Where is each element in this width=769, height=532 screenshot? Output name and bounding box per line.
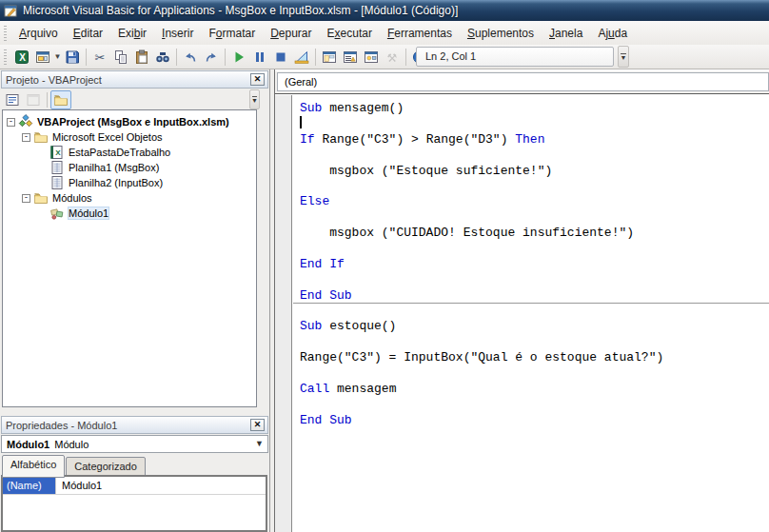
project-pane-title: Projeto - VBAProject	[6, 74, 102, 86]
reset-icon	[273, 49, 288, 65]
project-tree: -VBAProject (MsgBox e InputBox.xlsm)-Mic…	[2, 109, 257, 407]
view-code-button[interactable]	[2, 90, 23, 109]
tree-item-mo-dulos[interactable]: -Módulos	[3, 190, 256, 206]
title-bar: Microsoft Visual Basic for Applications …	[0, 0, 769, 21]
property-name-cell[interactable]: (Name)	[3, 477, 56, 494]
tab-categorizado[interactable]: Categorizado	[66, 457, 145, 477]
toolbox-icon: ⚒	[384, 49, 400, 65]
redo-button[interactable]	[201, 47, 222, 68]
tree-item-mo-dulo1[interactable]: Módulo1	[3, 206, 256, 221]
code-line: Sub mensagem()	[293, 101, 769, 116]
menu-formatar[interactable]: Formatar	[201, 23, 263, 44]
undo-button[interactable]	[180, 47, 201, 68]
code-text-segment: msgbox ("CUIDADO! Estoque insuficiente!"…	[300, 226, 634, 240]
toolbar-separator	[315, 49, 316, 66]
chevron-down-icon: ▼	[251, 98, 258, 104]
design-icon	[294, 49, 309, 65]
code-line: msgbox ("Estoque suficiente!")	[293, 164, 769, 179]
properties-window-button[interactable]	[340, 47, 361, 68]
tree-expander-icon[interactable]: -	[7, 118, 15, 127]
properties-object-type: Módulo	[54, 439, 89, 450]
toolbar-separator	[86, 49, 87, 66]
menu-editar[interactable]: Editar	[66, 23, 110, 44]
project-toolbar-overflow-button[interactable]: ▼	[249, 89, 260, 109]
design-mode-button[interactable]	[291, 47, 312, 68]
menu-suplementos[interactable]: Suplementos	[460, 23, 542, 44]
tree-item-label: Planilha2 (InputBox)	[69, 177, 163, 188]
find-button[interactable]	[152, 47, 173, 68]
tree-expander-icon[interactable]: -	[22, 194, 30, 203]
run-icon	[231, 49, 246, 65]
save-icon	[65, 49, 80, 65]
object-dropdown[interactable]: (Geral)	[277, 72, 769, 91]
tree-expander-icon[interactable]: -	[22, 133, 30, 142]
menu-inserir[interactable]: Inserir	[154, 23, 201, 44]
tree-item-microsoft-excel-objetos[interactable]: -Microsoft Excel Objetos	[3, 129, 256, 145]
menu-ferramentas[interactable]: Ferramentas	[380, 23, 460, 44]
code-line	[293, 304, 769, 319]
run-button[interactable]	[228, 47, 249, 68]
text-cursor	[300, 116, 302, 128]
break-button[interactable]	[249, 47, 270, 68]
vba-editor-window: Microsoft Visual Basic for Applications …	[0, 0, 769, 532]
save-button[interactable]	[62, 47, 83, 68]
code-editor[interactable]: Sub mensagem()If Range("C3") > Range("D3…	[275, 95, 769, 532]
tree-item-planilha2-inputbox[interactable]: Planilha2 (InputBox)	[3, 175, 256, 190]
properties-object-dropdown[interactable]: Módulo1 Módulo ▼	[1, 435, 268, 453]
menu-arquivo[interactable]: Arquivo	[11, 23, 66, 44]
tree-item-estapastadetrabalho[interactable]: XEstaPastaDeTrabalho	[3, 145, 256, 160]
tab-alfabetico[interactable]: Alfabético	[2, 455, 65, 478]
cut-button[interactable]: ✂	[89, 47, 110, 68]
object-browser-button[interactable]	[361, 47, 382, 68]
menu-grip[interactable]	[4, 26, 7, 41]
toolbox-button[interactable]: ⚒	[382, 47, 403, 68]
code-line: Call mensagem	[293, 382, 769, 397]
menu-exibir[interactable]: Exibir	[110, 23, 154, 44]
copy-button[interactable]	[110, 47, 131, 68]
toolbar-separator	[47, 92, 48, 108]
tree-item-planilha1-msgbox[interactable]: Planilha1 (MsgBox)	[3, 160, 256, 175]
tree-item-vbaproject-msgbox-e-inputbox-xlsm[interactable]: -VBAProject (MsgBox e InputBox.xlsm)	[3, 114, 256, 129]
code-line	[293, 210, 769, 226]
menu-ajuda[interactable]: Ajuda	[590, 23, 635, 44]
menu-executar[interactable]: Executar	[320, 23, 380, 44]
code-line	[293, 148, 769, 163]
reset-button[interactable]	[270, 47, 291, 68]
toolbar-separator	[405, 49, 406, 66]
module-icon	[49, 206, 65, 221]
code-keyword: Else	[300, 194, 329, 208]
property-value-cell[interactable]: Módulo1	[56, 477, 108, 494]
redo-icon	[204, 49, 219, 65]
toolbar-overflow-button[interactable]: ▼	[618, 46, 629, 68]
code-keyword: End Sub	[300, 288, 352, 303]
code-text-segment: mensagem	[329, 382, 396, 396]
code-line: Sub estoque()	[293, 319, 769, 334]
project-explorer-button[interactable]	[319, 47, 340, 68]
view-microsoft-excel-button[interactable]: X	[11, 47, 32, 68]
paste-button[interactable]	[131, 47, 152, 68]
properties-tabs: AlfabéticoCategorizado	[2, 455, 147, 475]
code-keyword: End Sub	[300, 413, 352, 427]
tree-item-label: Planilha1 (MsgBox)	[69, 162, 159, 173]
code-line	[293, 116, 769, 131]
objbrowser-icon	[364, 49, 379, 65]
view-object-button[interactable]	[23, 90, 44, 109]
insert-userform-button[interactable]	[32, 47, 53, 68]
toolbar-grip[interactable]	[4, 49, 7, 65]
dropdown-arrow-icon[interactable]: ▼	[53, 52, 62, 61]
folder-icon	[33, 190, 49, 206]
toggle-folders-button[interactable]	[50, 90, 71, 109]
property-row[interactable]: (Name)Módulo1	[3, 477, 266, 495]
paste-icon	[134, 49, 149, 65]
menu-depurar[interactable]: Depurar	[263, 23, 319, 44]
project-toolbar	[2, 89, 267, 110]
code-line	[293, 366, 769, 382]
properties-object-name: Módulo1	[7, 439, 49, 450]
properties-close-button[interactable]: ✕	[250, 419, 265, 431]
menu-bar: ArquivoEditarExibirInserirFormatarDepura…	[0, 21, 769, 45]
menu-janela[interactable]: Janela	[542, 23, 590, 44]
code-text-segment: Range("C3") = InputBox("Qual é o estoque…	[300, 350, 663, 365]
project-close-button[interactable]: ✕	[250, 73, 265, 86]
userform-icon	[35, 49, 50, 65]
folder-icon	[53, 92, 69, 108]
